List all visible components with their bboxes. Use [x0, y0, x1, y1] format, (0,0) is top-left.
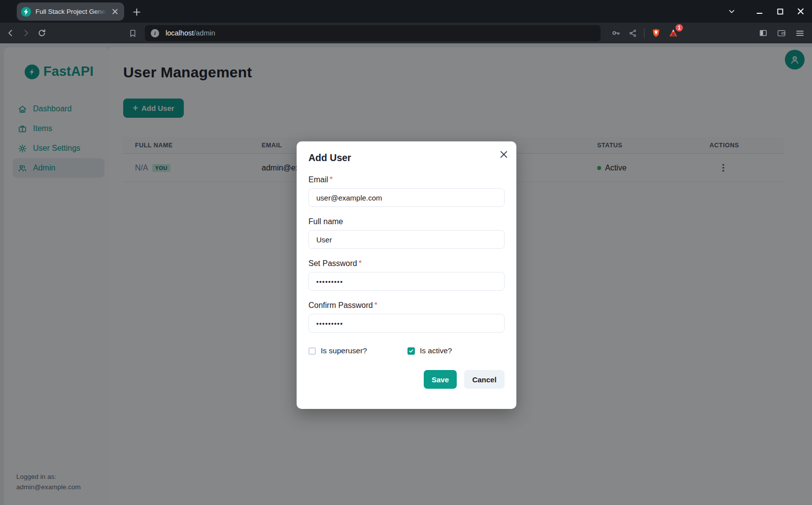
browser-tab-bar: Full Stack Project Genera	[0, 0, 812, 23]
window-maximize-button[interactable]	[774, 5, 786, 18]
confirm-password-field[interactable]	[308, 314, 505, 333]
wallet-icon[interactable]	[774, 26, 789, 40]
add-user-form: Email* Full name Set Password* Confirm P…	[308, 175, 505, 389]
window-minimize-button[interactable]	[753, 5, 766, 18]
page-viewport: FastAPI Dashboard Items	[0, 43, 812, 505]
url-host: localhost	[166, 29, 194, 37]
email-field[interactable]	[308, 188, 505, 207]
set-password-field-group: Set Password*	[308, 259, 505, 291]
confirm-password-field-group: Confirm Password*	[308, 301, 505, 333]
sidebar-toggle-icon[interactable]	[756, 26, 771, 40]
menu-hamburger-icon[interactable]	[792, 26, 807, 40]
add-user-modal: Add User Email* Full name Set Password*	[297, 141, 516, 409]
required-asterisk: *	[374, 301, 377, 309]
is-active-label: Is active?	[420, 346, 452, 355]
full-name-field-group: Full name	[308, 217, 505, 249]
required-asterisk: *	[330, 175, 333, 184]
new-tab-button[interactable]	[129, 4, 144, 19]
full-name-field[interactable]	[308, 230, 505, 249]
fastapi-favicon-icon	[21, 6, 32, 17]
bookmark-icon[interactable]	[125, 25, 140, 41]
tab-search-chevron-icon[interactable]	[725, 5, 738, 18]
email-label: Email	[308, 175, 328, 184]
is-superuser-checkbox[interactable]: Is superuser?	[308, 346, 407, 355]
cancel-button[interactable]: Cancel	[464, 370, 505, 389]
brave-shield-icon[interactable]	[648, 26, 663, 40]
url-text: localhost/admin	[166, 29, 215, 37]
password-key-icon[interactable]	[609, 26, 623, 40]
required-asterisk: *	[359, 259, 362, 268]
is-superuser-label: Is superuser?	[321, 346, 367, 355]
modal-close-icon[interactable]	[495, 145, 512, 163]
forward-button[interactable]	[18, 25, 34, 41]
save-button[interactable]: Save	[424, 370, 457, 389]
toolbar-divider	[644, 28, 644, 38]
tab-title: Full Stack Project Genera	[35, 8, 108, 15]
is-active-checkbox[interactable]: Is active?	[407, 346, 452, 355]
set-password-field[interactable]	[308, 272, 505, 291]
confirm-password-label: Confirm Password	[308, 301, 373, 309]
set-password-label: Set Password	[308, 259, 357, 268]
full-name-label: Full name	[308, 217, 343, 226]
tab-close-icon[interactable]	[109, 6, 120, 17]
browser-tab[interactable]: Full Stack Project Genera	[17, 2, 124, 21]
checkbox-unchecked-icon[interactable]	[308, 347, 316, 355]
url-path: /admin	[194, 29, 215, 37]
back-button[interactable]	[2, 25, 18, 41]
browser-toolbar: i localhost/admin 1	[0, 23, 812, 43]
checkbox-checked-icon[interactable]	[407, 347, 415, 355]
share-icon[interactable]	[625, 26, 640, 40]
modal-title: Add User	[308, 152, 505, 164]
rewards-badge: 1	[676, 24, 683, 32]
reload-button[interactable]	[34, 25, 50, 41]
email-field-group: Email*	[308, 175, 505, 207]
browser-window: Full Stack Project Genera	[0, 0, 812, 505]
url-bar[interactable]: i localhost/admin	[145, 25, 601, 41]
brave-rewards-icon[interactable]: 1	[666, 26, 680, 40]
window-close-button[interactable]	[794, 5, 807, 18]
site-info-icon[interactable]: i	[151, 29, 159, 37]
